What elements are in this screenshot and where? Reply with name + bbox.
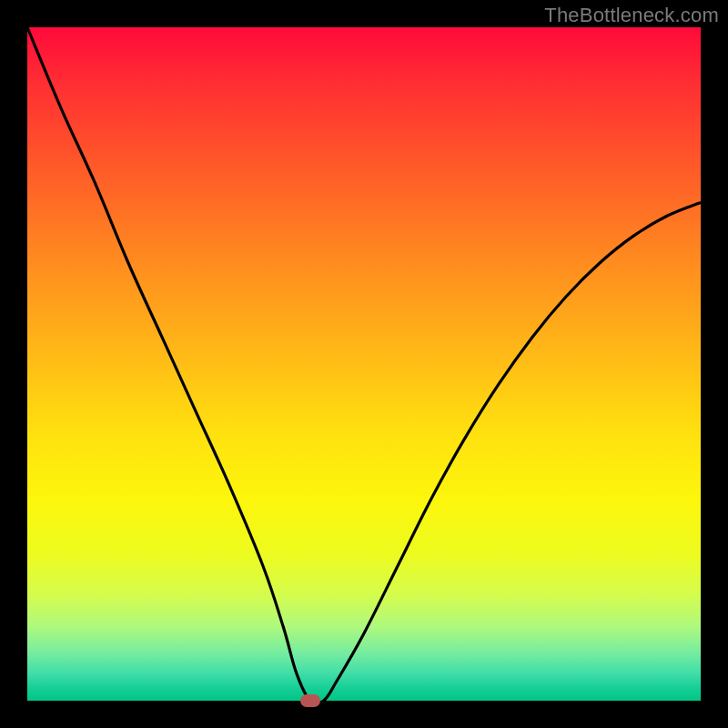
curve-path — [27, 27, 701, 704]
chart-frame: TheBottleneck.com — [0, 0, 728, 728]
optimum-marker — [300, 694, 320, 707]
watermark-text: TheBottleneck.com — [544, 4, 719, 27]
plot-area — [27, 27, 701, 701]
bottleneck-curve — [27, 27, 701, 701]
